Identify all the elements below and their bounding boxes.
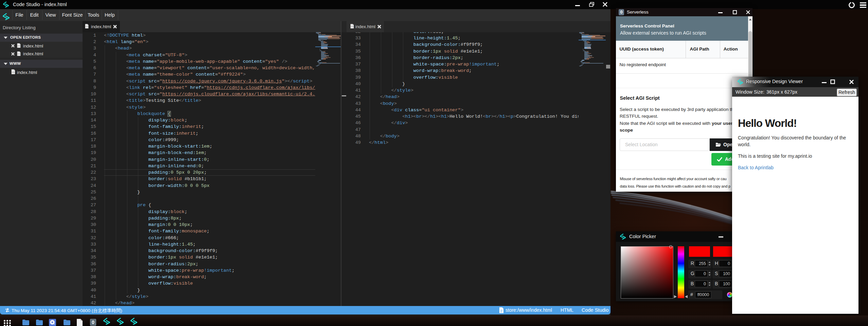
svg-text:</>: </> [86,25,88,27]
svg-text:</>: </> [18,53,20,55]
svg-text:</>: </> [18,45,20,47]
svg-text:</>: </> [351,25,354,27]
svg-text:</>: </> [12,71,15,73]
